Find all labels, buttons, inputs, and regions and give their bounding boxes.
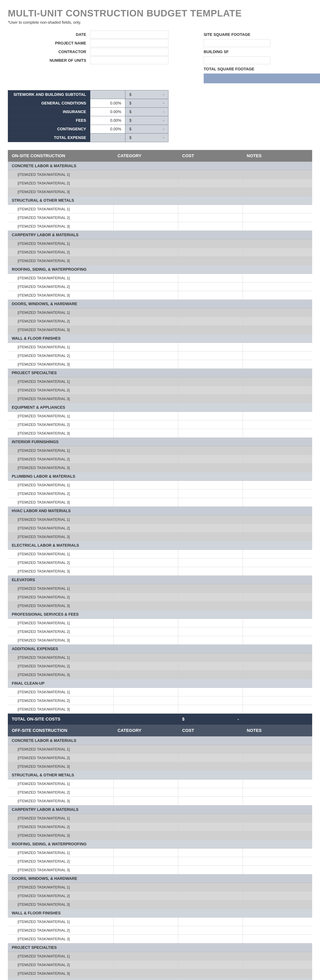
item-name[interactable]: [ITEMIZED TASK/MATERIAL 2]	[8, 420, 114, 429]
item-cost[interactable]	[178, 170, 243, 179]
item-notes[interactable]	[243, 274, 312, 282]
item-notes[interactable]	[243, 688, 312, 696]
item-cost[interactable]	[178, 662, 243, 670]
item-notes[interactable]	[243, 636, 312, 644]
item-name[interactable]: [ITEMIZED TASK/MATERIAL 3]	[8, 256, 114, 265]
item-notes[interactable]	[243, 627, 312, 636]
item-name[interactable]: [ITEMIZED TASK/MATERIAL 3]	[8, 670, 114, 679]
item-notes[interactable]	[243, 567, 312, 576]
item-category[interactable]	[114, 883, 178, 891]
summary-pct[interactable]: 0.00%	[90, 116, 125, 125]
item-name[interactable]: [ITEMIZED TASK/MATERIAL 3]	[8, 969, 114, 978]
item-category[interactable]	[114, 205, 178, 213]
item-category[interactable]	[114, 935, 178, 943]
item-cost[interactable]	[178, 188, 243, 196]
item-category[interactable]	[114, 822, 178, 831]
item-category[interactable]	[114, 274, 178, 282]
field-input[interactable]	[90, 56, 168, 64]
item-cost[interactable]	[178, 498, 243, 506]
item-notes[interactable]	[243, 593, 312, 601]
item-notes[interactable]	[243, 601, 312, 610]
item-name[interactable]: [ITEMIZED TASK/MATERIAL 2]	[8, 892, 114, 900]
item-category[interactable]	[114, 179, 178, 188]
item-name[interactable]: [ITEMIZED TASK/MATERIAL 2]	[8, 317, 114, 325]
item-name[interactable]: [ITEMIZED TASK/MATERIAL 1]	[8, 653, 114, 662]
item-name[interactable]: [ITEMIZED TASK/MATERIAL 1]	[8, 550, 114, 558]
item-cost[interactable]	[178, 222, 243, 231]
item-cost[interactable]	[178, 952, 243, 960]
item-notes[interactable]	[243, 291, 312, 299]
item-notes[interactable]	[243, 918, 312, 926]
item-notes[interactable]	[243, 386, 312, 395]
item-name[interactable]: [ITEMIZED TASK/MATERIAL 2]	[8, 662, 114, 670]
item-name[interactable]: [ITEMIZED TASK/MATERIAL 2]	[8, 558, 114, 567]
item-category[interactable]	[114, 814, 178, 822]
item-notes[interactable]	[243, 892, 312, 900]
item-notes[interactable]	[243, 831, 312, 840]
item-name[interactable]: [ITEMIZED TASK/MATERIAL 3]	[8, 636, 114, 644]
item-notes[interactable]	[243, 797, 312, 805]
item-category[interactable]	[114, 558, 178, 567]
item-cost[interactable]	[178, 248, 243, 256]
item-name[interactable]: [ITEMIZED TASK/MATERIAL 1]	[8, 780, 114, 788]
item-name[interactable]: [ITEMIZED TASK/MATERIAL 2]	[8, 179, 114, 188]
item-name[interactable]: [ITEMIZED TASK/MATERIAL 1]	[8, 584, 114, 593]
item-cost[interactable]	[178, 636, 243, 644]
item-notes[interactable]	[243, 170, 312, 179]
item-name[interactable]: [ITEMIZED TASK/MATERIAL 1]	[8, 170, 114, 179]
item-cost[interactable]	[178, 653, 243, 662]
item-cost[interactable]	[178, 412, 243, 420]
item-name[interactable]: [ITEMIZED TASK/MATERIAL 3]	[8, 762, 114, 771]
item-category[interactable]	[114, 550, 178, 558]
item-name[interactable]: [ITEMIZED TASK/MATERIAL 1]	[8, 377, 114, 386]
item-cost[interactable]	[178, 524, 243, 532]
item-name[interactable]: [ITEMIZED TASK/MATERIAL 2]	[8, 961, 114, 969]
item-notes[interactable]	[243, 446, 312, 455]
item-cost[interactable]	[178, 831, 243, 840]
item-category[interactable]	[114, 697, 178, 705]
item-notes[interactable]	[243, 248, 312, 256]
item-name[interactable]: [ITEMIZED TASK/MATERIAL 1]	[8, 205, 114, 213]
item-category[interactable]	[114, 498, 178, 506]
item-notes[interactable]	[243, 788, 312, 797]
item-category[interactable]	[114, 831, 178, 840]
item-notes[interactable]	[243, 662, 312, 670]
item-notes[interactable]	[243, 213, 312, 222]
item-cost[interactable]	[178, 239, 243, 248]
item-notes[interactable]	[243, 762, 312, 771]
item-cost[interactable]	[178, 961, 243, 969]
item-name[interactable]: [ITEMIZED TASK/MATERIAL 3]	[8, 326, 114, 334]
item-category[interactable]	[114, 213, 178, 222]
item-cost[interactable]	[178, 762, 243, 771]
item-name[interactable]: [ITEMIZED TASK/MATERIAL 1]	[8, 745, 114, 753]
item-category[interactable]	[114, 662, 178, 670]
item-category[interactable]	[114, 533, 178, 541]
item-category[interactable]	[114, 918, 178, 926]
item-cost[interactable]	[178, 866, 243, 874]
item-notes[interactable]	[243, 352, 312, 360]
item-category[interactable]	[114, 446, 178, 455]
item-cost[interactable]	[178, 627, 243, 636]
item-cost[interactable]	[178, 780, 243, 788]
item-category[interactable]	[114, 256, 178, 265]
item-cost[interactable]	[178, 688, 243, 696]
item-name[interactable]: [ITEMIZED TASK/MATERIAL 3]	[8, 705, 114, 713]
item-category[interactable]	[114, 188, 178, 196]
item-cost[interactable]	[178, 848, 243, 857]
summary-pct[interactable]: 0.00%	[90, 125, 125, 134]
item-notes[interactable]	[243, 188, 312, 196]
item-cost[interactable]	[178, 515, 243, 524]
item-name[interactable]: [ITEMIZED TASK/MATERIAL 1]	[8, 308, 114, 317]
item-name[interactable]: [ITEMIZED TASK/MATERIAL 3]	[8, 831, 114, 840]
item-notes[interactable]	[243, 780, 312, 788]
item-cost[interactable]	[178, 550, 243, 558]
item-category[interactable]	[114, 326, 178, 334]
item-notes[interactable]	[243, 533, 312, 541]
item-notes[interactable]	[243, 429, 312, 438]
item-name[interactable]: [ITEMIZED TASK/MATERIAL 3]	[8, 188, 114, 196]
item-category[interactable]	[114, 952, 178, 960]
field-input[interactable]	[204, 39, 270, 47]
item-name[interactable]: [ITEMIZED TASK/MATERIAL 2]	[8, 788, 114, 797]
item-name[interactable]: [ITEMIZED TASK/MATERIAL 3]	[8, 567, 114, 576]
item-notes[interactable]	[243, 670, 312, 679]
